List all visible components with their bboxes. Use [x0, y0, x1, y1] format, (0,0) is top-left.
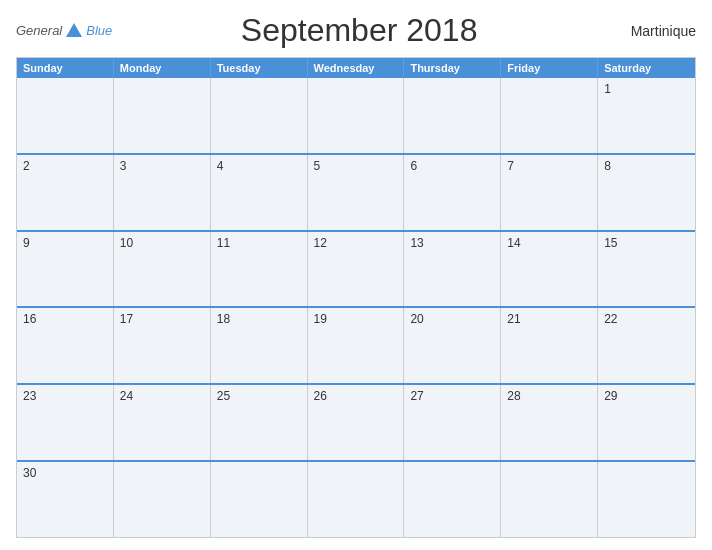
day-number: 16	[23, 312, 36, 326]
day-cell: 8	[598, 155, 695, 230]
day-number: 9	[23, 236, 30, 250]
day-header-wednesday: Wednesday	[308, 58, 405, 78]
day-number: 29	[604, 389, 617, 403]
day-headers-row: SundayMondayTuesdayWednesdayThursdayFrid…	[17, 58, 695, 78]
day-number: 10	[120, 236, 133, 250]
day-cell: 3	[114, 155, 211, 230]
day-number: 12	[314, 236, 327, 250]
day-number: 2	[23, 159, 30, 173]
day-header-thursday: Thursday	[404, 58, 501, 78]
day-cell: 23	[17, 385, 114, 460]
calendar-grid: SundayMondayTuesdayWednesdayThursdayFrid…	[16, 57, 696, 538]
day-cell: 18	[211, 308, 308, 383]
day-cell: 2	[17, 155, 114, 230]
day-cell: 10	[114, 232, 211, 307]
day-number: 6	[410, 159, 417, 173]
day-number: 7	[507, 159, 514, 173]
day-cell: 25	[211, 385, 308, 460]
day-cell: 1	[598, 78, 695, 153]
day-cell	[501, 78, 598, 153]
day-cell: 15	[598, 232, 695, 307]
day-cell: 19	[308, 308, 405, 383]
day-number: 5	[314, 159, 321, 173]
day-number: 17	[120, 312, 133, 326]
day-header-monday: Monday	[114, 58, 211, 78]
day-header-sunday: Sunday	[17, 58, 114, 78]
day-cell: 5	[308, 155, 405, 230]
day-cell: 27	[404, 385, 501, 460]
day-number: 4	[217, 159, 224, 173]
day-number: 20	[410, 312, 423, 326]
day-cell: 13	[404, 232, 501, 307]
day-cell: 24	[114, 385, 211, 460]
day-number: 30	[23, 466, 36, 480]
day-cell	[501, 462, 598, 537]
svg-marker-0	[66, 23, 82, 37]
day-cell	[598, 462, 695, 537]
day-number: 15	[604, 236, 617, 250]
weeks-container: 1234567891011121314151617181920212223242…	[17, 78, 695, 537]
day-cell	[211, 462, 308, 537]
week-row-4: 16171819202122	[17, 306, 695, 383]
week-row-5: 23242526272829	[17, 383, 695, 460]
day-cell: 11	[211, 232, 308, 307]
week-row-6: 30	[17, 460, 695, 537]
day-number: 27	[410, 389, 423, 403]
day-number: 19	[314, 312, 327, 326]
week-row-2: 2345678	[17, 153, 695, 230]
day-cell: 28	[501, 385, 598, 460]
day-cell	[308, 462, 405, 537]
region-label: Martinique	[606, 23, 696, 39]
day-cell: 16	[17, 308, 114, 383]
day-number: 28	[507, 389, 520, 403]
week-row-1: 1	[17, 78, 695, 153]
day-number: 24	[120, 389, 133, 403]
day-number: 25	[217, 389, 230, 403]
day-cell: 4	[211, 155, 308, 230]
day-number: 3	[120, 159, 127, 173]
logo-icon	[64, 21, 84, 41]
day-cell	[404, 78, 501, 153]
day-cell	[211, 78, 308, 153]
calendar-title: September 2018	[112, 12, 606, 49]
day-cell: 30	[17, 462, 114, 537]
day-cell	[308, 78, 405, 153]
day-cell	[17, 78, 114, 153]
day-cell: 17	[114, 308, 211, 383]
day-cell: 14	[501, 232, 598, 307]
day-cell	[404, 462, 501, 537]
day-cell: 9	[17, 232, 114, 307]
logo-general-text: General	[16, 23, 62, 38]
calendar-page: General Blue September 2018 Martinique S…	[0, 0, 712, 550]
logo-blue-text: Blue	[86, 23, 112, 38]
day-number: 8	[604, 159, 611, 173]
day-cell	[114, 78, 211, 153]
day-number: 1	[604, 82, 611, 96]
day-header-saturday: Saturday	[598, 58, 695, 78]
week-row-3: 9101112131415	[17, 230, 695, 307]
header: General Blue September 2018 Martinique	[16, 12, 696, 49]
day-number: 26	[314, 389, 327, 403]
day-number: 11	[217, 236, 230, 250]
day-number: 18	[217, 312, 230, 326]
day-cell: 12	[308, 232, 405, 307]
day-cell: 29	[598, 385, 695, 460]
day-number: 21	[507, 312, 520, 326]
day-number: 23	[23, 389, 36, 403]
day-cell: 21	[501, 308, 598, 383]
day-cell: 20	[404, 308, 501, 383]
day-number: 13	[410, 236, 423, 250]
day-number: 22	[604, 312, 617, 326]
day-cell: 26	[308, 385, 405, 460]
day-cell: 7	[501, 155, 598, 230]
logo: General Blue	[16, 21, 112, 41]
day-header-friday: Friday	[501, 58, 598, 78]
day-header-tuesday: Tuesday	[211, 58, 308, 78]
day-number: 14	[507, 236, 520, 250]
day-cell	[114, 462, 211, 537]
day-cell: 6	[404, 155, 501, 230]
day-cell: 22	[598, 308, 695, 383]
